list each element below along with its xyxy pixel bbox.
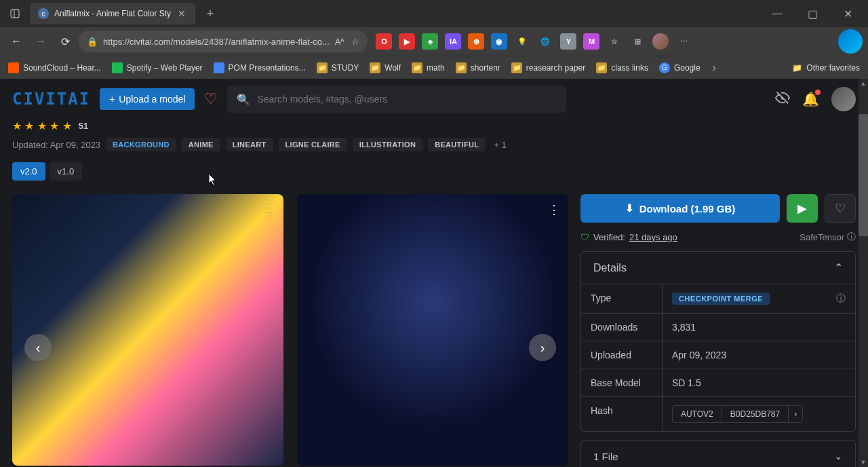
ext-icon-5[interactable]: ⊕ bbox=[468, 33, 484, 50]
files-panel[interactable]: 1 File ⌄ bbox=[580, 440, 856, 467]
ext-icon-10[interactable]: M bbox=[583, 33, 599, 50]
bookmark-label: reasearch paper bbox=[526, 63, 585, 73]
scrollbar-thumb[interactable] bbox=[859, 114, 868, 236]
hide-nsfw-button[interactable] bbox=[775, 90, 790, 109]
tag[interactable]: BACKGROUND bbox=[106, 138, 176, 151]
forward-button[interactable]: → bbox=[30, 31, 52, 52]
bookmark-favicon: G bbox=[659, 62, 670, 73]
close-tab-button[interactable]: ✕ bbox=[176, 8, 187, 19]
gallery-image[interactable]: ⋮ bbox=[297, 194, 568, 466]
refresh-button[interactable]: ⟳ bbox=[54, 31, 76, 52]
gallery-next-button[interactable]: › bbox=[529, 334, 556, 361]
scrollbar[interactable]: ▲ ▼ bbox=[859, 79, 868, 467]
folder-icon: 📁 bbox=[792, 63, 802, 73]
site-search[interactable]: 🔍 bbox=[227, 86, 566, 113]
gallery-image[interactable]: ⋮ bbox=[12, 194, 283, 466]
bookmark[interactable]: SoundCloud – Hear... bbox=[8, 62, 101, 73]
bookmark[interactable]: 📁class links bbox=[596, 62, 648, 73]
svg-rect-0 bbox=[11, 10, 19, 18]
folder-icon: 📁 bbox=[370, 62, 380, 73]
bookmarks-overflow-button[interactable]: › bbox=[713, 62, 716, 74]
url-bar[interactable]: 🔒 https://civitai.com/models/24387/anifl… bbox=[79, 31, 368, 52]
ext-icon-7[interactable]: 💡 bbox=[514, 33, 530, 50]
bookmark-label: math bbox=[427, 63, 445, 73]
tab-actions-button[interactable] bbox=[5, 4, 24, 23]
bookmark[interactable]: GGoogle bbox=[659, 62, 701, 73]
ext-icon-6[interactable]: ◉ bbox=[491, 33, 507, 50]
bookmark-favicon bbox=[214, 62, 224, 73]
tag[interactable]: ILLUSTRATION bbox=[353, 138, 422, 151]
more-tags-button[interactable]: + 1 bbox=[494, 140, 506, 150]
bookmark[interactable]: Spotify – Web Player bbox=[112, 62, 203, 73]
image-menu-button[interactable]: ⋮ bbox=[263, 202, 275, 217]
bing-chat-button[interactable] bbox=[838, 29, 863, 54]
bookmark[interactable]: 📁shortenr bbox=[456, 62, 500, 73]
tab-title: Aniflatmix - Anime Flat Color Sty bbox=[54, 9, 171, 18]
bookmark[interactable]: 📁Wolf bbox=[370, 62, 401, 73]
bookmark[interactable]: POM Presentations... bbox=[214, 62, 306, 73]
details-panel: Details ⌃ Type CHECKPOINT MERGEⓘ Downloa… bbox=[580, 251, 856, 432]
info-icon[interactable]: ⓘ bbox=[836, 293, 846, 305]
folder-icon: 📁 bbox=[596, 62, 607, 73]
other-favorites-button[interactable]: 📁Other favorites bbox=[792, 63, 860, 73]
new-tab-button[interactable]: + bbox=[201, 4, 220, 23]
basemodel-label: Base Model bbox=[581, 369, 663, 396]
upload-model-button[interactable]: +Upload a model bbox=[100, 88, 195, 110]
version-v1[interactable]: v1.0 bbox=[50, 162, 83, 181]
scroll-down-button[interactable]: ▼ bbox=[859, 457, 868, 467]
scroll-up-button[interactable]: ▲ bbox=[859, 79, 868, 88]
user-avatar[interactable] bbox=[831, 87, 856, 111]
image-gallery: ⋮ ⋮ ‹ › bbox=[12, 194, 568, 467]
maximize-button[interactable]: ▢ bbox=[797, 3, 827, 24]
ext-icon-4[interactable]: IA bbox=[445, 33, 461, 50]
favorites-icon[interactable]: ☆ bbox=[606, 33, 623, 50]
like-button[interactable]: ♡ bbox=[825, 194, 856, 223]
gallery-prev-button[interactable]: ‹ bbox=[24, 334, 52, 361]
tag[interactable]: ANIME bbox=[182, 138, 220, 151]
ext-icon-1[interactable]: O bbox=[376, 33, 392, 50]
lock-icon: 🔒 bbox=[87, 37, 98, 47]
ext-icon-9[interactable]: Y bbox=[560, 33, 576, 50]
version-v2[interactable]: v2.0 bbox=[12, 162, 45, 181]
back-button[interactable]: ← bbox=[5, 31, 27, 52]
folder-icon: 📁 bbox=[412, 62, 422, 73]
minimize-button[interactable]: — bbox=[762, 3, 792, 24]
more-icon[interactable]: ⋯ bbox=[675, 33, 692, 50]
ext-icon-3[interactable]: ♣ bbox=[422, 33, 438, 50]
bookmark[interactable]: 📁math bbox=[412, 62, 445, 73]
tag[interactable]: LINEART bbox=[226, 138, 273, 151]
bookmark-label: Wolf bbox=[384, 63, 401, 73]
site-logo[interactable]: CIVITAI bbox=[12, 90, 90, 109]
hash-group[interactable]: AUTOV2 B0D25DB787 › bbox=[672, 405, 803, 423]
tag[interactable]: LIGNE CLAIRE bbox=[279, 138, 347, 151]
image-menu-button[interactable]: ⋮ bbox=[548, 202, 560, 217]
verified-time-link[interactable]: 21 days ago bbox=[629, 232, 677, 242]
notifications-button[interactable]: 🔔 bbox=[802, 91, 819, 107]
bookmark[interactable]: 📁reasearch paper bbox=[511, 62, 585, 73]
download-button[interactable]: ⬇ Download (1.99 GB) bbox=[580, 194, 780, 223]
downloads-value: 3,831 bbox=[663, 314, 855, 341]
tag[interactable]: BEAUTIFUL bbox=[428, 138, 486, 151]
collections-icon[interactable]: ⊞ bbox=[629, 33, 646, 50]
favorite-header-button[interactable]: ♡ bbox=[204, 90, 218, 108]
browser-tab[interactable]: c Aniflatmix - Anime Flat Color Sty ✕ bbox=[30, 3, 195, 24]
search-input[interactable] bbox=[257, 94, 557, 105]
info-icon[interactable]: ⓘ bbox=[847, 231, 856, 243]
bookmark-label: SoundCloud – Hear... bbox=[23, 63, 101, 73]
hash-expand-button[interactable]: › bbox=[789, 406, 802, 422]
star-rating[interactable]: ★ ★ ★ ★ ★ bbox=[12, 119, 72, 132]
folder-icon: 📁 bbox=[511, 62, 522, 73]
favorite-icon[interactable]: ☆ bbox=[351, 37, 359, 47]
ext-icon-2[interactable]: ▶ bbox=[399, 33, 415, 50]
ext-icon-8[interactable]: 🌐 bbox=[537, 33, 553, 50]
reader-icon[interactable]: Aᴬ bbox=[335, 37, 345, 47]
type-badge: CHECKPOINT MERGE bbox=[672, 293, 770, 305]
chevron-down-icon: ⌄ bbox=[834, 450, 843, 462]
details-header[interactable]: Details ⌃ bbox=[581, 252, 855, 284]
rating-count: 51 bbox=[79, 121, 88, 131]
profile-icon[interactable] bbox=[652, 33, 669, 50]
run-button[interactable]: ▶ bbox=[787, 194, 818, 223]
bookmark-label: Google bbox=[674, 63, 701, 73]
bookmark[interactable]: 📁STUDY bbox=[317, 62, 359, 73]
close-window-button[interactable]: ✕ bbox=[833, 3, 863, 24]
